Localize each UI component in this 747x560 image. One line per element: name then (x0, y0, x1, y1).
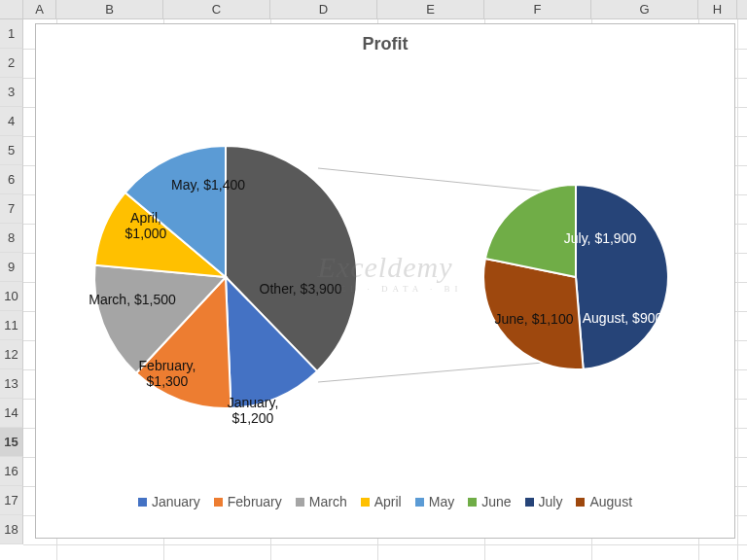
chart-object[interactable]: Profit (35, 23, 735, 539)
spreadsheet-viewport: ABCDEFGH 123456789101112131415161718 Pro… (0, 0, 747, 560)
row-header-2[interactable]: 2 (0, 49, 23, 78)
col-header-H[interactable]: H (698, 0, 737, 18)
svg-line-1 (318, 360, 577, 382)
row-header-18[interactable]: 18 (0, 515, 23, 544)
row-header-10[interactable]: 10 (0, 282, 23, 311)
row-header-13[interactable]: 13 (0, 369, 23, 399)
column-headers: ABCDEFGH (0, 0, 747, 19)
legend-swatch-icon (361, 498, 370, 507)
legend-item-june[interactable]: June (468, 494, 511, 509)
label-june: June, $1,100 (495, 311, 574, 327)
legend-label: April (374, 494, 402, 509)
legend-label: May (429, 494, 454, 509)
row-header-6[interactable]: 6 (0, 165, 23, 194)
legend-label: August (589, 494, 632, 509)
legend-swatch-icon (214, 498, 223, 507)
secondary-pie (483, 185, 668, 369)
col-header-B[interactable]: B (56, 0, 163, 18)
legend: JanuaryFebruaryMarchAprilMayJuneJulyAugu… (36, 486, 734, 517)
label-february: February, $1,300 (139, 358, 196, 389)
legend-label: March (309, 494, 347, 509)
label-august: August, $900 (583, 310, 663, 326)
row-header-9[interactable]: 9 (0, 253, 23, 282)
legend-item-august[interactable]: August (576, 494, 632, 509)
row-header-7[interactable]: 7 (0, 194, 23, 224)
legend-swatch-icon (576, 498, 585, 507)
row-header-11[interactable]: 11 (0, 311, 23, 340)
label-april: April, $1,000 (125, 210, 167, 241)
legend-label: July (539, 494, 563, 509)
row-header-8[interactable]: 8 (0, 224, 23, 253)
legend-swatch-icon (138, 498, 147, 507)
chart-title: Profit (36, 24, 734, 58)
row-header-17[interactable]: 17 (0, 486, 23, 515)
legend-item-may[interactable]: May (415, 494, 454, 509)
legend-swatch-icon (415, 498, 424, 507)
col-header-F[interactable]: F (484, 0, 591, 18)
col-header-A[interactable]: A (23, 0, 56, 18)
col-header-D[interactable]: D (270, 0, 377, 18)
row-header-14[interactable]: 14 (0, 399, 23, 428)
legend-item-march[interactable]: March (296, 494, 347, 509)
col-header-C[interactable]: C (163, 0, 270, 18)
row-header-1[interactable]: 1 (0, 19, 23, 49)
legend-item-february[interactable]: February (214, 494, 282, 509)
row-header-3[interactable]: 3 (0, 78, 23, 107)
legend-swatch-icon (468, 498, 477, 507)
row-headers: 123456789101112131415161718 (0, 19, 23, 544)
col-header-E[interactable]: E (377, 0, 484, 18)
legend-label: January (152, 494, 200, 509)
legend-swatch-icon (296, 498, 304, 507)
label-march: March, $1,500 (89, 292, 176, 307)
row-header-16[interactable]: 16 (0, 457, 23, 486)
legend-swatch-icon (525, 498, 534, 507)
label-january: January, $1,200 (228, 395, 279, 426)
label-may: May, $1,400 (171, 177, 245, 192)
row-header-12[interactable]: 12 (0, 340, 23, 369)
legend-item-april[interactable]: April (361, 494, 402, 509)
col-header-G[interactable]: G (591, 0, 698, 18)
row-header-5[interactable]: 5 (0, 136, 23, 165)
svg-line-0 (318, 168, 577, 194)
label-other: Other, $3,900 (260, 281, 342, 297)
row-header-15[interactable]: 15 (0, 428, 23, 457)
row-header-4[interactable]: 4 (0, 107, 23, 136)
select-all-corner[interactable] (0, 0, 23, 18)
legend-label: June (481, 494, 511, 509)
legend-label: February (228, 494, 282, 509)
pie-of-pie-svg (36, 58, 736, 486)
plot-area: Other, $3,900 January, $1,200 February, … (36, 58, 734, 486)
legend-item-january[interactable]: January (138, 494, 200, 509)
label-july: July, $1,900 (564, 230, 636, 246)
legend-item-july[interactable]: July (525, 494, 563, 509)
